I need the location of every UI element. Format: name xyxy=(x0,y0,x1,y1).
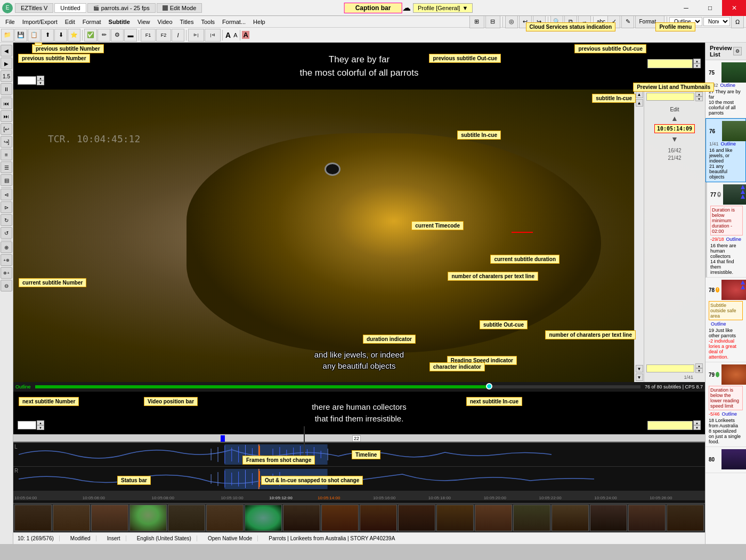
edit-mode-tab[interactable]: Edit Mode xyxy=(157,3,202,13)
prev-sub-num-down[interactable]: ▼ xyxy=(37,80,44,85)
pause-btn[interactable]: ⏸ xyxy=(1,83,12,95)
add-in-btn[interactable]: ⊕ xyxy=(1,241,12,253)
arrow-up-btn[interactable]: ⬆ xyxy=(41,29,54,42)
menu-titles[interactable]: Titles xyxy=(177,18,197,26)
preview-item-75[interactable]: 75 10:05:03:23 04: 10: 3/42 Outline 27 T… xyxy=(706,60,746,118)
parrots-tab[interactable]: 🎬 parrots.avi - 25 fps xyxy=(87,3,156,13)
grid2-icon[interactable]: ⊟ xyxy=(485,15,500,28)
next-incue-down[interactable]: ▼ xyxy=(693,425,701,430)
save2-btn[interactable]: 📋 xyxy=(28,29,40,42)
menu-tools[interactable]: Tools xyxy=(198,18,218,26)
scroll-up2[interactable]: ▲ xyxy=(636,99,643,107)
add3-btn[interactable]: ⊕+ xyxy=(1,267,12,279)
copy-icon[interactable]: ⧉ xyxy=(564,15,577,28)
check-icon[interactable]: ✓ xyxy=(607,15,620,28)
grid-icon[interactable]: ⊞ xyxy=(469,15,484,28)
minus-btn[interactable]: ▬ xyxy=(124,29,137,42)
outcue-down[interactable]: ▼ xyxy=(695,368,703,373)
next-subtitle-number-input[interactable]: 77 xyxy=(18,421,36,429)
preview-item-80[interactable]: 80 10:05:39:06 45:16 xyxy=(706,447,746,473)
add-out-btn[interactable]: +⊕ xyxy=(1,254,12,266)
skip-btn[interactable]: ⏭ xyxy=(1,110,12,122)
scroll-down2[interactable]: ▼ xyxy=(636,365,643,372)
f2-btn[interactable]: F2 xyxy=(156,29,171,42)
gear-btn[interactable]: ⚙ xyxy=(111,29,124,42)
profile-button[interactable]: Profile [General] ▼ xyxy=(413,3,473,13)
minimize-button[interactable]: ─ xyxy=(674,0,698,16)
menu-format[interactable]: Format xyxy=(79,18,104,26)
scroll-down[interactable]: ▼ xyxy=(636,374,643,381)
preview-item-78[interactable]: 78 ! 10:05:19:02 06:13 10:05:25:15 Subti… xyxy=(706,278,746,362)
arrow-down-btn[interactable]: ⬇ xyxy=(54,29,67,42)
menu-subtitle[interactable]: Subtitle xyxy=(106,18,133,26)
menu-import-export[interactable]: Import/Export xyxy=(19,18,61,26)
incue-up[interactable]: ▲ xyxy=(695,92,703,96)
preview-item-79[interactable]: 79 10:05:30:00 06:17 Duration is below t… xyxy=(706,362,746,447)
preview-list-body[interactable]: 75 10:05:03:23 04: 10: 3/42 Outline 27 T… xyxy=(706,60,746,544)
check2-btn[interactable]: ✅ xyxy=(84,29,97,42)
app-name-tab[interactable]: EZTitles V xyxy=(15,3,53,13)
outcue-input[interactable]: 10:05:16:18 xyxy=(646,364,694,372)
preview-item-76[interactable]: 76 10:05:12:03 04:15 10:05:16:18 1/41 Ou… xyxy=(706,118,746,182)
play-loop-btn[interactable]: 1.5 xyxy=(1,70,12,82)
outline-select[interactable]: Outline xyxy=(669,17,702,26)
maximize-button[interactable]: □ xyxy=(698,0,722,16)
prev-frame-btn[interactable]: ⏮ xyxy=(1,98,12,109)
rotate2-btn[interactable]: ↺ xyxy=(1,227,12,239)
outcue-up[interactable]: ▲ xyxy=(695,363,703,368)
star-btn[interactable]: ⭐ xyxy=(68,29,80,42)
loop-out-btn[interactable]: ↪] xyxy=(1,136,12,148)
save-btn[interactable]: 💾 xyxy=(14,29,27,42)
next-sub-num-down[interactable]: ▼ xyxy=(37,425,44,430)
timeout-btn[interactable]: |⊲ xyxy=(205,29,221,42)
zoom-icon[interactable]: 🔍 xyxy=(550,15,563,28)
undo2-icon[interactable]: ↪ xyxy=(533,15,546,28)
move-up-btn[interactable]: ▲ xyxy=(671,114,678,123)
menu-help[interactable]: Help xyxy=(250,18,269,26)
menu-format2[interactable]: Format... xyxy=(219,18,249,26)
play-btn[interactable]: ▶ xyxy=(1,58,12,69)
list2-btn[interactable]: ▤ xyxy=(1,174,12,186)
next-sub-btn[interactable]: ⊳ xyxy=(1,201,12,213)
arrow-icon[interactable]: → xyxy=(578,15,591,28)
preview-item-77[interactable]: 77 ● 10:05:17:00 01:24 10:05:18:24 Durat… xyxy=(706,182,746,278)
loop-in-btn[interactable]: [↩ xyxy=(1,123,12,135)
menu-file[interactable]: File xyxy=(2,18,18,26)
timeline-toggle[interactable]: ≡ xyxy=(1,149,12,160)
none-select[interactable]: None xyxy=(703,17,730,26)
prev-sub-btn[interactable]: ⊲ xyxy=(1,189,12,200)
incue-down[interactable]: ▼ xyxy=(695,96,703,101)
prev-subtitle-number-input[interactable]: 75 xyxy=(18,76,36,85)
next-incue-input[interactable]: 10:05:17:00 xyxy=(647,421,693,430)
circle-icon[interactable]: ◎ xyxy=(505,15,518,28)
format-btn[interactable]: Format... xyxy=(635,15,664,28)
prev-outcue-down[interactable]: ▼ xyxy=(693,63,701,68)
menu-view[interactable]: View xyxy=(134,18,153,26)
menu-edit[interactable]: Edit xyxy=(62,18,78,26)
preview-settings-btn[interactable]: ⚙ xyxy=(733,47,742,55)
back-btn[interactable]: ◀ xyxy=(1,45,12,56)
scroll-up[interactable]: ▲ xyxy=(636,91,643,98)
move-down-btn[interactable]: ▼ xyxy=(671,135,678,143)
omega-btn[interactable]: Ω xyxy=(731,15,744,28)
open-btn[interactable]: 📁 xyxy=(1,29,14,42)
f1-btn[interactable]: F1 xyxy=(141,29,156,42)
duration-knob[interactable] xyxy=(486,383,492,389)
menu-video[interactable]: Video xyxy=(155,18,176,26)
prev-outcue-up[interactable]: ▲ xyxy=(693,59,701,63)
timein-btn[interactable]: ⊳| xyxy=(188,29,204,42)
rotate-btn[interactable]: ↻ xyxy=(1,214,12,226)
position-bar[interactable]: 22 xyxy=(13,434,705,442)
prev-outcue-input[interactable]: 10:05:08:16 xyxy=(647,59,693,68)
next-incue-up[interactable]: ▲ xyxy=(693,420,701,425)
edit-icon[interactable]: ✎ xyxy=(621,15,634,28)
list-btn[interactable]: ☰ xyxy=(1,161,12,173)
remove-btn[interactable]: ⊖ xyxy=(1,280,12,291)
close-button[interactable]: ✕ xyxy=(722,0,746,16)
italic-btn[interactable]: I xyxy=(172,29,184,42)
untitled-tab[interactable]: Untitled xyxy=(54,3,86,13)
prev-sub-num-up[interactable]: ▲ xyxy=(37,76,44,80)
incue-input[interactable]: 10:05:12:03 xyxy=(646,93,694,101)
next-sub-num-up[interactable]: ▲ xyxy=(37,420,44,425)
pencil-btn[interactable]: ✏ xyxy=(98,29,110,42)
